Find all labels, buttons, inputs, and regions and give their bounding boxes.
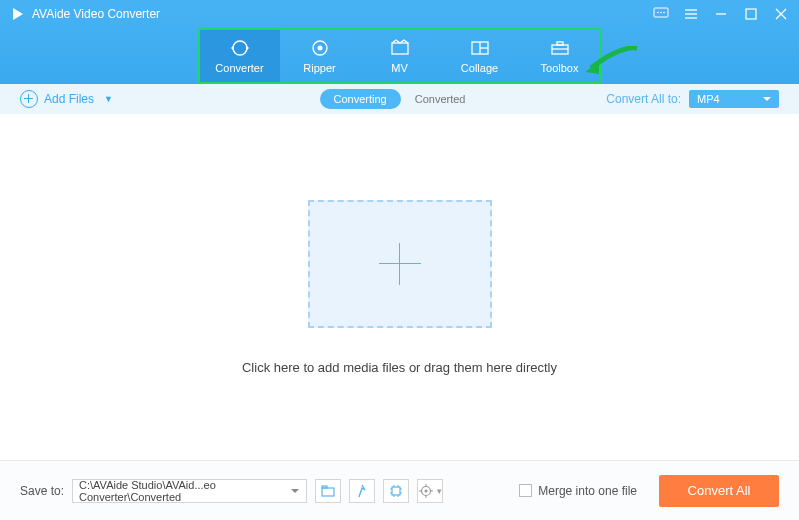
chevron-down-icon: ▼ (104, 94, 113, 104)
checkbox-icon (519, 484, 532, 497)
add-files-label: Add Files (44, 92, 94, 106)
mv-icon (389, 39, 411, 57)
dropzone[interactable] (308, 200, 492, 328)
speed-button[interactable] (349, 479, 375, 503)
plus-circle-icon (20, 90, 38, 108)
tab-collage[interactable]: Collage (440, 30, 520, 82)
menu-icon[interactable] (683, 6, 699, 22)
close-icon[interactable] (773, 6, 789, 22)
toolbox-icon (549, 39, 571, 57)
minimize-icon[interactable] (713, 6, 729, 22)
converter-icon (229, 39, 251, 57)
ripper-icon (309, 39, 331, 57)
svg-rect-26 (392, 487, 400, 495)
tab-converted[interactable]: Converted (401, 89, 480, 109)
add-files-button[interactable]: Add Files ▼ (20, 90, 113, 108)
settings-button[interactable]: ▾ (417, 479, 443, 503)
format-select[interactable]: MP4 (689, 90, 779, 108)
tab-label: MV (391, 62, 408, 74)
tab-mv[interactable]: MV (360, 30, 440, 82)
convert-all-button[interactable]: Convert All (659, 475, 779, 507)
svg-point-4 (663, 12, 665, 14)
tab-converting[interactable]: Converting (320, 89, 401, 109)
app-logo-icon (10, 6, 26, 22)
main-tabs: Converter Ripper MV Collage Toolbox (198, 28, 602, 84)
merge-label: Merge into one file (538, 484, 637, 498)
collage-icon (469, 39, 491, 57)
save-path-select[interactable]: C:\AVAide Studio\AVAid...eo Converter\Co… (72, 479, 307, 503)
app-title: AVAide Video Converter (32, 7, 653, 21)
save-to-label: Save to: (20, 484, 64, 498)
svg-rect-9 (746, 9, 756, 19)
merge-checkbox[interactable]: Merge into one file (519, 484, 637, 498)
open-folder-button[interactable] (315, 479, 341, 503)
plus-icon (379, 243, 421, 285)
svg-marker-12 (231, 45, 234, 51)
annotation-arrow-icon (585, 46, 640, 76)
tab-ripper[interactable]: Ripper (280, 30, 360, 82)
tab-label: Converter (215, 62, 263, 74)
chat-icon[interactable] (653, 6, 669, 22)
tab-label: Toolbox (541, 62, 579, 74)
svg-point-15 (317, 45, 322, 50)
svg-point-2 (657, 12, 659, 14)
svg-marker-0 (13, 8, 23, 20)
maximize-icon[interactable] (743, 6, 759, 22)
svg-rect-24 (322, 488, 334, 496)
dropzone-hint: Click here to add media files or drag th… (242, 360, 557, 375)
hardware-button[interactable] (383, 479, 409, 503)
svg-rect-25 (322, 486, 327, 488)
tab-converter[interactable]: Converter (200, 30, 280, 82)
svg-point-36 (424, 489, 427, 492)
svg-point-3 (660, 12, 662, 14)
svg-rect-16 (392, 43, 408, 54)
svg-rect-21 (557, 42, 563, 45)
tab-label: Collage (461, 62, 498, 74)
svg-marker-23 (585, 62, 599, 74)
tab-label: Ripper (303, 62, 335, 74)
svg-marker-13 (246, 45, 249, 51)
convert-all-to-label: Convert All to: (606, 92, 681, 106)
